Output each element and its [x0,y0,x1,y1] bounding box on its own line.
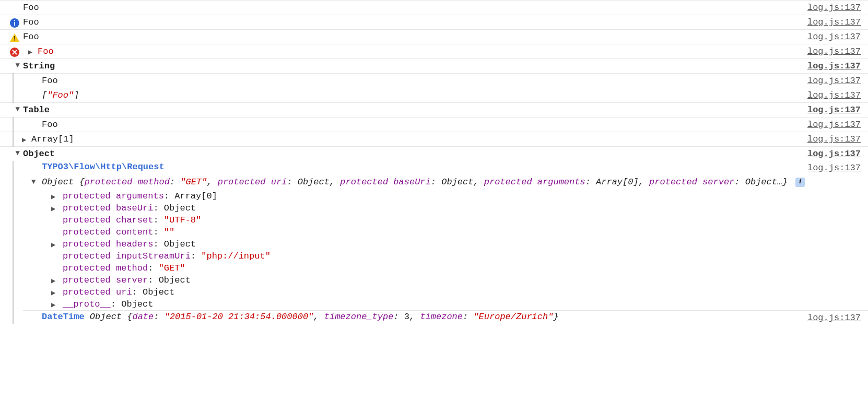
object-summary-row: Object {protected method: "GET", protect… [23,174,868,190]
source-link[interactable]: log.js:137 [807,133,864,145]
prop-key: protected server [649,177,734,187]
prop-key: protected charset [63,215,153,225]
console-row-error: Foo log.js:137 [0,44,868,58]
console-group-string: String log.js:137 [0,58,868,73]
source-link[interactable]: log.js:137 [807,75,864,87]
info-icon [9,18,20,28]
source-link[interactable]: log.js:137 [807,31,864,42]
object-prefix: Object [42,177,74,187]
source-link[interactable]: log.js:137 [807,162,864,173]
prop-value: Object [164,203,196,213]
chevron-right-icon[interactable] [51,241,55,249]
datetime-row: DateTime Object {date: "2015-01-20 21:34… [23,310,868,324]
log-message: Foo [23,119,807,131]
group-toggle[interactable] [0,104,23,113]
object-property: protected baseUri: Object [42,202,868,214]
chevron-down-icon[interactable] [31,178,36,185]
prop-value: Object [298,177,330,187]
group-label: String [23,60,807,71]
object-heading-row: TYPO3\Flow\Http\Request log.js:137 [23,161,868,174]
prop-key: protected uri [218,177,287,187]
source-link[interactable]: log.js:137 [807,148,864,159]
prop-value: "GET" [180,177,207,187]
svg-rect-4 [14,36,15,39]
info-badge-icon[interactable]: ℹ [795,178,805,187]
source-link[interactable]: log.js:137 [807,2,864,13]
source-link[interactable]: log.js:137 [807,60,864,71]
source-link[interactable]: log.js:137 [807,312,864,323]
console-group-object: Object log.js:137 [0,146,868,161]
prop-value: "php://input" [201,251,271,261]
log-message: Foo [23,31,807,42]
chevron-down-icon [16,105,20,113]
chevron-right-icon[interactable] [51,301,55,309]
prop-value: Object [143,287,174,297]
datetime-summary: DateTime Object {date: "2015-01-20 21:34… [42,312,807,323]
prop-value: "GET" [159,263,185,273]
prop-key: protected headers [63,239,153,249]
prop-value: "" [164,227,174,237]
console-group-table: Table log.js:137 [0,102,868,117]
tree-line [0,75,23,87]
log-message: Foo [38,45,807,56]
prop-value: Object [164,239,196,249]
source-link[interactable]: log.js:137 [807,104,864,115]
group-toggle[interactable] [0,60,23,69]
prop-value: "UTF-8" [164,215,201,225]
chevron-right-icon[interactable] [51,277,55,285]
group-toggle[interactable] [0,148,23,157]
prop-key: protected baseUri [340,177,430,187]
chevron-right-icon[interactable] [51,193,55,201]
group-label: Table [23,104,807,115]
bracket: ] [74,90,79,100]
prop-key: protected content [63,227,153,237]
brace: } [553,312,558,322]
prop-key: protected arguments [63,191,164,201]
tree-line [0,119,23,131]
error-icon [9,47,20,57]
string-literal: "Foo" [47,90,74,100]
console-row: Foo log.js:137 [0,73,868,88]
console-row: Array[1] log.js:137 [0,132,868,146]
source-link[interactable]: log.js:137 [807,89,864,101]
object-property: protected method: "GET" [42,262,868,274]
log-message: Foo [23,16,807,27]
prop-key: __proto__ [63,299,111,309]
object-group-body: TYPO3\Flow\Http\Request log.js:137 Objec… [0,161,868,324]
source-link[interactable]: log.js:137 [807,119,864,131]
class-name: DateTime [42,312,85,322]
svg-rect-5 [14,40,15,41]
chevron-right-icon [28,49,32,56]
source-link[interactable]: log.js:137 [807,45,864,56]
prop-key: protected baseUri [63,203,153,213]
gutter [0,45,23,57]
expand-toggle[interactable] [23,45,38,56]
gutter [0,2,23,3]
array-length: [1] [58,134,74,144]
object-property: protected uri: Object [42,286,868,298]
object-property: __proto__: Object [42,298,868,310]
chevron-right-icon[interactable] [51,205,55,213]
prop-key: protected uri [63,287,132,297]
log-message: Array[1] [23,133,807,145]
prop-key: protected inputStreamUri [63,251,191,261]
console-row: Foo log.js:137 [0,117,868,132]
prop-value: Array[0] [596,177,639,187]
log-message: ["Foo"] [23,89,807,101]
object-property: protected arguments: Array[0] [42,190,868,202]
object-property: protected headers: Object [42,238,868,250]
group-label: Object [23,148,807,159]
prop-value: "Europe/Zurich" [473,312,553,322]
prop-value: Array[0] [174,191,217,201]
chevron-right-icon[interactable] [51,289,55,297]
prop-key: protected method [63,263,148,273]
prop-key: protected method [85,177,170,187]
object-summary: Object {protected method: "GET", protect… [42,177,805,187]
object-property: protected charset: "UTF-8" [42,214,868,226]
chevron-down-icon [16,149,20,157]
object-property: protected inputStreamUri: "php://input" [42,250,868,262]
chevron-right-icon[interactable] [22,136,26,144]
gutter [0,31,23,43]
prop-value: Object [121,299,153,309]
source-link[interactable]: log.js:137 [807,16,864,27]
